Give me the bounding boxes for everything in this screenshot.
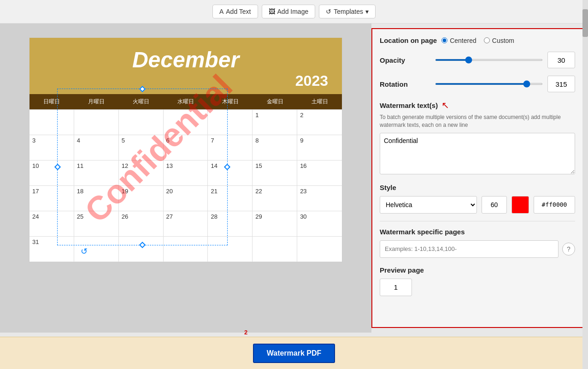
- templates-button[interactable]: ↺ Templates ▾: [319, 5, 376, 18]
- panel-step-1-badge: 1: [371, 28, 379, 29]
- watermark-pages-label: Watermark specific pages: [380, 228, 575, 236]
- opacity-label: Opacity: [380, 56, 430, 64]
- table-row: 27: [164, 211, 208, 237]
- day-tue: 火曜日: [119, 96, 164, 107]
- table-row: 19: [119, 186, 164, 211]
- table-row: 17: [29, 186, 74, 211]
- custom-label: Custom: [492, 37, 514, 44]
- font-select[interactable]: Helvetica Arial Times New Roman Courier …: [380, 196, 477, 214]
- preview-page-value: 1: [380, 279, 412, 296]
- table-row: [74, 110, 119, 135]
- table-row: 10: [29, 161, 74, 186]
- pages-input-row: ?: [380, 240, 575, 258]
- preview-page-label: Preview page: [380, 266, 575, 274]
- centered-label: Centered: [450, 37, 476, 44]
- table-row: [119, 237, 164, 262]
- table-row: [164, 110, 208, 135]
- day-sat: 土曜日: [297, 96, 342, 107]
- table-row: 30: [297, 211, 342, 237]
- opacity-slider-container: [435, 59, 543, 61]
- table-row: 18: [74, 186, 119, 211]
- watermark-text-input[interactable]: Confidential: [380, 133, 575, 174]
- watermark-pdf-button[interactable]: Watermark PDF: [253, 344, 335, 363]
- table-row: 20: [164, 186, 208, 211]
- text-icon: A: [219, 8, 223, 15]
- table-row: 2: [297, 110, 342, 135]
- table-row: 16: [297, 161, 342, 186]
- centered-option[interactable]: Centered: [441, 37, 476, 44]
- location-radio-group: Centered Custom: [441, 37, 514, 44]
- day-sun: 日曜日: [29, 96, 74, 107]
- calendar-year: 2023: [34, 72, 337, 89]
- table-row: [119, 110, 164, 135]
- step-2-label: 2: [244, 329, 247, 336]
- table-row: 1: [253, 110, 297, 135]
- table-row: 3: [29, 135, 74, 161]
- help-icon[interactable]: ?: [562, 243, 575, 256]
- day-wed: 水曜日: [164, 96, 208, 107]
- opacity-slider[interactable]: [435, 59, 543, 61]
- rotation-slider[interactable]: [435, 83, 543, 85]
- chevron-down-icon: ▾: [365, 8, 369, 15]
- divider: [380, 221, 575, 221]
- rotation-slider-container: [435, 83, 543, 85]
- watermark-text-label-row: Watermark text(s) ↖: [380, 100, 575, 111]
- calendar-grid: 1 2 3 4 5 6 7 8 9 10 11 12 13 14 15 16 1…: [29, 109, 342, 262]
- day-fri: 金曜日: [253, 96, 297, 107]
- bottom-bar: 2 Watermark PDF: [0, 337, 588, 369]
- table-row: 21: [208, 186, 253, 211]
- table-row: 8: [253, 135, 297, 161]
- font-size-value: 60: [482, 196, 507, 214]
- table-row: 15: [253, 161, 297, 186]
- table-row: 22: [253, 186, 297, 211]
- pages-input[interactable]: [380, 240, 559, 258]
- rotation-value: 315: [547, 76, 575, 92]
- history-icon: ↺: [326, 8, 331, 15]
- right-panel: 1 Location on page Centered Custom Opaci…: [371, 28, 583, 328]
- table-row: [208, 237, 253, 262]
- scrollbar-thumb[interactable]: [582, 9, 588, 37]
- preview-area: December 2023 日曜日 月曜日 火曜日 水曜日 木曜日 金曜日 土曜…: [0, 24, 371, 333]
- color-swatch[interactable]: [512, 196, 529, 214]
- centered-radio[interactable]: [441, 37, 447, 43]
- custom-radio[interactable]: [484, 37, 490, 43]
- table-row: 6: [164, 135, 208, 161]
- style-row: Helvetica Arial Times New Roman Courier …: [380, 196, 575, 214]
- custom-option[interactable]: Custom: [484, 37, 514, 44]
- table-row: 12: [119, 161, 164, 186]
- add-text-button[interactable]: A Add Text: [212, 5, 258, 18]
- calendar-month: December: [34, 47, 337, 72]
- table-row: [164, 237, 208, 262]
- day-thu: 木曜日: [208, 96, 253, 107]
- table-row: 13: [164, 161, 208, 186]
- table-row: 24: [29, 211, 74, 237]
- table-row: [253, 237, 297, 262]
- calendar-day-header: 日曜日 月曜日 火曜日 水曜日 木曜日 金曜日 土曜日: [29, 94, 342, 109]
- table-row: 28: [208, 211, 253, 237]
- table-row: 26: [119, 211, 164, 237]
- table-row: [29, 110, 74, 135]
- scrollbar-track: [582, 0, 588, 369]
- table-row: 23: [297, 186, 342, 211]
- main-area: 1 December 2023 日曜日 月曜日 火曜日 水曜日 木曜日 金曜日 …: [0, 24, 588, 333]
- table-row: [74, 237, 119, 262]
- table-row: 11: [74, 161, 119, 186]
- rotation-label: Rotation: [380, 80, 430, 88]
- day-mon: 月曜日: [74, 96, 119, 107]
- style-label: Style: [380, 184, 575, 191]
- table-row: 4: [74, 135, 119, 161]
- toolbar: A Add Text 🖼 Add Image ↺ Templates ▾: [0, 0, 588, 24]
- calendar-container: December 2023 日曜日 月曜日 火曜日 水曜日 木曜日 金曜日 土曜…: [29, 37, 342, 262]
- opacity-row: Opacity 30: [380, 52, 575, 68]
- table-row: 5: [119, 135, 164, 161]
- table-row: [208, 110, 253, 135]
- opacity-value: 30: [547, 52, 575, 68]
- table-row: 9: [297, 135, 342, 161]
- add-image-button[interactable]: 🖼 Add Image: [262, 5, 316, 18]
- color-hex-value: #ff0000: [534, 196, 575, 214]
- table-row: 25: [74, 211, 119, 237]
- table-row: 14: [208, 161, 253, 186]
- table-row: 31: [29, 237, 74, 262]
- table-row: 7: [208, 135, 253, 161]
- table-row: 29: [253, 211, 297, 237]
